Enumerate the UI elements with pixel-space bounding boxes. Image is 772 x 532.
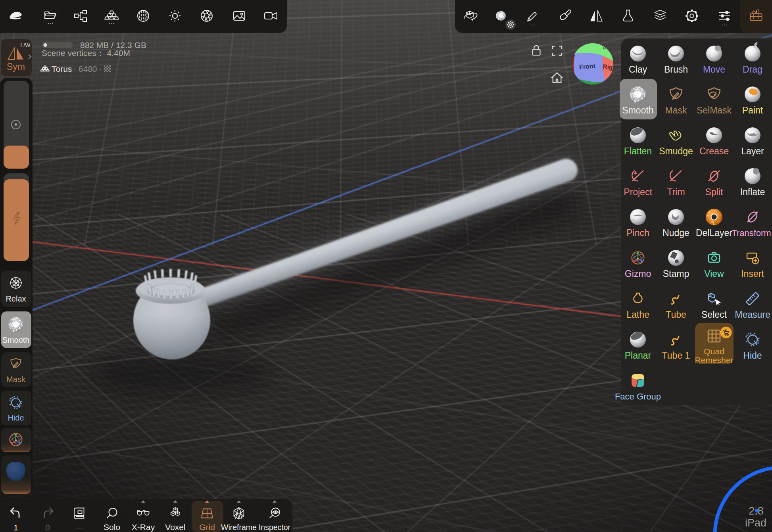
svg-text:Layer: Layer — [741, 146, 764, 156]
svg-text:Scene vertices： 4.40M: Scene vertices： 4.40M — [42, 48, 130, 58]
svg-text:Paint: Paint — [742, 105, 763, 115]
svg-text:Face Group: Face Group — [615, 392, 661, 401]
svg-text:⋯: ⋯ — [77, 524, 83, 531]
svg-text:Inflate: Inflate — [740, 187, 765, 197]
svg-text:Hide: Hide — [8, 413, 24, 422]
svg-text:Pinch: Pinch — [626, 228, 649, 238]
svg-text:Split: Split — [705, 187, 723, 197]
svg-text:Smooth: Smooth — [622, 105, 653, 115]
svg-text:Tube 1: Tube 1 — [662, 350, 690, 361]
svg-text:Inspector: Inspector — [259, 523, 291, 532]
svg-text:Brush: Brush — [664, 64, 688, 75]
svg-text:⋯: ⋯ — [722, 21, 728, 28]
svg-text:Sym: Sym — [7, 61, 25, 72]
svg-text:Stamp: Stamp — [663, 269, 689, 279]
svg-text:Mask: Mask — [6, 375, 26, 384]
svg-text:Mask: Mask — [665, 105, 687, 115]
svg-text:SelMask: SelMask — [697, 105, 732, 115]
svg-text:Crease: Crease — [699, 146, 729, 156]
svg-text:Tube: Tube — [666, 309, 686, 320]
svg-text:Hide: Hide — [743, 350, 762, 361]
svg-text:Solo: Solo — [104, 522, 120, 532]
svg-text:View: View — [704, 269, 724, 279]
svg-text:Move: Move — [703, 64, 725, 75]
svg-text:Wireframe: Wireframe — [221, 523, 257, 532]
svg-text:Voxel: Voxel — [165, 522, 185, 532]
svg-text:Measure: Measure — [735, 309, 770, 320]
svg-text:Torus: Torus — [52, 64, 72, 73]
svg-text:2.8: 2.8 — [749, 505, 764, 517]
svg-text:Smooth: Smooth — [2, 336, 30, 344]
svg-text:Relax: Relax — [6, 294, 26, 303]
svg-text:iPad: iPad — [745, 517, 766, 529]
svg-text:1: 1 — [13, 523, 18, 532]
svg-text:Select: Select — [701, 309, 727, 320]
svg-text:Smudge: Smudge — [659, 146, 693, 156]
svg-text:Quad: Quad — [704, 347, 724, 356]
svg-text:X-Ray: X-Ray — [132, 522, 155, 532]
svg-text:⋯: ⋯ — [48, 20, 54, 27]
svg-text:Trim: Trim — [667, 187, 685, 197]
svg-text:Lathe: Lathe — [626, 309, 649, 320]
svg-text:Drag: Drag — [743, 64, 762, 75]
svg-text:Flatten: Flatten — [624, 146, 652, 156]
svg-text:Gizmo: Gizmo — [625, 269, 651, 279]
svg-text:Insert: Insert — [741, 269, 764, 279]
svg-text:DelLayer: DelLayer — [696, 228, 732, 238]
svg-text:Remesher: Remesher — [695, 355, 734, 365]
svg-text:L/W: L/W — [21, 42, 31, 48]
svg-text:⋯: ⋯ — [530, 21, 536, 28]
svg-text:Nudge: Nudge — [663, 228, 689, 238]
svg-text:· 6480 ·: · 6480 · — [73, 64, 102, 73]
svg-text:Transform: Transform — [732, 228, 771, 238]
svg-text:Planar: Planar — [625, 350, 651, 361]
svg-text:Clay: Clay — [629, 64, 647, 75]
svg-text:Project: Project — [624, 187, 652, 197]
svg-text:Front: Front — [579, 63, 596, 71]
svg-text:Grid: Grid — [199, 522, 215, 532]
svg-text:0: 0 — [45, 523, 50, 532]
svg-text:⋯: ⋯ — [109, 20, 115, 27]
